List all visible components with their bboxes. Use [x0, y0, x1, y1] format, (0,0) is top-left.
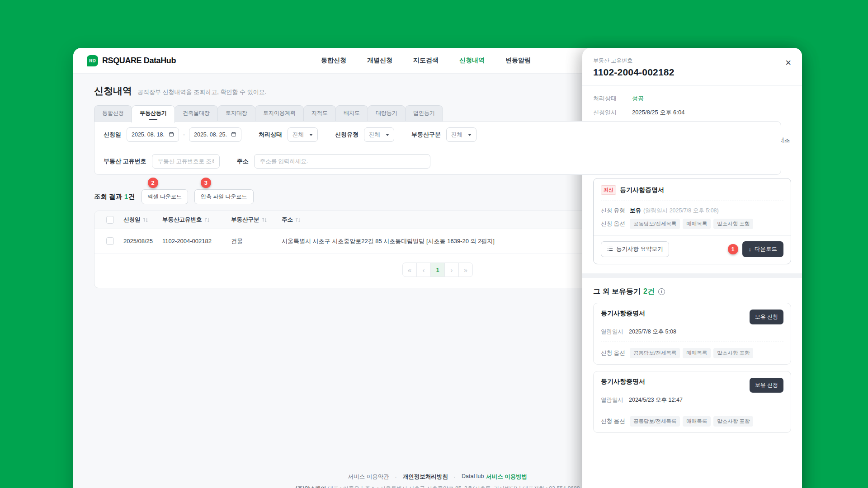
- request-type-note: (열람일시 2025/7/8 오후 5:08): [643, 207, 719, 215]
- excel-download-button[interactable]: 엑셀 다운로드: [142, 189, 188, 204]
- option-pills: 공동담보/전세목록 매매목록 말소사항 포함: [630, 348, 753, 358]
- nav-item-map-search[interactable]: 지도검색: [413, 56, 439, 65]
- latest-registry-card: 최신 등기사항증명서 신청 유형 보유 (열람일시 2025/7/8 오후 5:…: [593, 178, 791, 264]
- type-select[interactable]: 전체: [364, 127, 394, 142]
- results-count: 1: [124, 193, 128, 200]
- row-checkbox[interactable]: [106, 237, 114, 245]
- sort-icon[interactable]: [143, 217, 148, 222]
- panel-uid-value: 1102-2004-002182: [593, 67, 791, 78]
- option-pill: 매매목록: [683, 219, 711, 229]
- tab-integrated-apply[interactable]: 통합신청: [94, 105, 132, 122]
- date-range-dash: -: [183, 131, 185, 138]
- filter-date-label: 신청일: [104, 131, 121, 139]
- option-pill: 말소사항 포함: [713, 416, 753, 427]
- pagination-first-button[interactable]: «: [402, 263, 417, 277]
- registry-summary-button[interactable]: 등기사항 요약보기: [601, 241, 669, 257]
- filter-property-group: 부동산구분 전체: [411, 127, 476, 142]
- terms-link[interactable]: 서비스 이용약관: [348, 473, 389, 481]
- pagination-prev-button[interactable]: ‹: [416, 263, 431, 277]
- pagination-next-button[interactable]: ›: [444, 263, 459, 277]
- nav-item-integrated-apply[interactable]: 통합신청: [321, 56, 346, 65]
- registry-summary-label: 등기사항 요약보기: [616, 245, 663, 253]
- tab-corporate-registry[interactable]: 법인등기: [405, 105, 443, 122]
- nav-item-change-alerts[interactable]: 변동알림: [505, 56, 531, 65]
- owned-card-date-row: 열람일시 2025/7/8 오후 5:08: [601, 328, 783, 336]
- uid-search-input[interactable]: [152, 154, 220, 169]
- tab-layout-map[interactable]: 배치도: [335, 105, 368, 122]
- filter-uid-group: 부동산 고유번호: [104, 154, 220, 169]
- calendar-icon: [231, 131, 236, 138]
- request-options-row: 신청 옵션 공동담보/전세목록 매매목록 말소사항 포함: [601, 416, 783, 427]
- results-unit: 건: [128, 193, 135, 200]
- row-uid: 1102-2004-002182: [162, 238, 231, 244]
- zip-download-button[interactable]: 압축 파일 다운로드: [194, 189, 254, 204]
- page-subtitle: 공적장부 신청내역을 조회하고, 확인할 수 있어요.: [137, 88, 266, 96]
- tab-bulk-registry[interactable]: 대량등기: [368, 105, 406, 122]
- list-icon: [607, 246, 613, 253]
- results-summary: 조회 결과1건: [94, 192, 135, 201]
- latest-card-head: 최신 등기사항증명서: [601, 185, 783, 195]
- panel-section-divider: [582, 273, 802, 278]
- owned-card-head: 등기사항증명서 보유 신청: [601, 378, 783, 393]
- owned-card-title: 등기사항증명서: [601, 310, 645, 318]
- option-pills: 공동담보/전세목록 매매목록 말소사항 포함: [630, 416, 753, 427]
- sort-icon[interactable]: [295, 217, 301, 222]
- privacy-link[interactable]: 개인정보처리방침: [403, 473, 448, 481]
- header-address-label: 주소: [282, 216, 293, 224]
- chevron-down-icon: [309, 134, 313, 136]
- address-search-input[interactable]: [254, 154, 430, 169]
- sort-icon[interactable]: [262, 217, 267, 222]
- tab-cadastral-map[interactable]: 지적도: [303, 105, 336, 122]
- step-badge-3: 3: [201, 178, 211, 188]
- filter-date-group: 신청일 2025. 08. 18. - 2025. 08. 25.: [104, 127, 241, 142]
- logo-text: RSQUARE DataHub: [102, 56, 176, 66]
- panel-header: 부동산 고유번호 1102-2004-002182 ×: [582, 48, 802, 86]
- property-select[interactable]: 전체: [446, 127, 476, 142]
- tab-building-ledger[interactable]: 건축물대장: [175, 105, 218, 122]
- header-uid-label: 부동산고유번호: [162, 216, 202, 224]
- request-type-row: 신청 유형 보유 (열람일시 2025/7/8 오후 5:08): [601, 207, 783, 215]
- page-title: 신청내역: [94, 84, 132, 97]
- request-options-label: 신청 옵션: [601, 349, 630, 357]
- filter-address-label: 주소: [237, 157, 249, 165]
- info-icon[interactable]: i: [658, 288, 665, 295]
- datahub-guide-link[interactable]: DataHub 서비스 이용방법: [462, 473, 527, 481]
- status-select[interactable]: 전체: [288, 127, 318, 142]
- logo[interactable]: RD RSQUARE DataHub: [87, 55, 176, 66]
- logo-badge-icon: RD: [87, 55, 98, 66]
- date-to-value: 2025. 08. 25.: [194, 131, 227, 138]
- row-date: 2025/08/25: [123, 238, 162, 244]
- tab-real-estate-registry[interactable]: 부동산등기: [132, 105, 175, 123]
- tabs: 통합신청 부동산등기 건축물대장 토지대장 토지이용계획 지적도 배치도 대량등…: [94, 105, 781, 122]
- status-badge: 성공: [632, 94, 644, 103]
- date-from-input[interactable]: 2025. 08. 18.: [127, 127, 179, 142]
- tab-land-ledger[interactable]: 토지대장: [217, 105, 255, 122]
- filter-box: 신청일 2025. 08. 18. - 2025. 08. 25.: [94, 121, 781, 175]
- select-all-checkbox[interactable]: [106, 216, 114, 224]
- date-to-input[interactable]: 2025. 08. 25.: [189, 127, 241, 142]
- latest-card-title: 등기사항증명서: [620, 186, 664, 194]
- other-registries-count: 2건: [643, 287, 655, 296]
- filter-type-group: 신청유형 전체: [335, 127, 394, 142]
- nav-item-application-history[interactable]: 신청내역: [459, 56, 485, 65]
- request-options-row: 신청 옵션 공동담보/전세목록 매매목록 말소사항 포함: [601, 348, 783, 358]
- download-button[interactable]: ↓ 다운로드: [742, 241, 784, 257]
- sort-icon[interactable]: [204, 217, 210, 222]
- pagination-last-button[interactable]: »: [458, 263, 473, 277]
- card-divider: [601, 410, 783, 410]
- pagination-page-1[interactable]: 1: [430, 263, 445, 277]
- chevron-down-icon: [386, 134, 389, 136]
- hold-apply-button[interactable]: 보유 신청: [750, 378, 783, 393]
- filter-property-label: 부동산구분: [411, 131, 441, 139]
- download-label: 다운로드: [755, 245, 777, 253]
- header-date-label: 신청일: [123, 216, 141, 224]
- owned-card-date-row: 열람일시 2024/5/23 오후 12:47: [601, 396, 783, 404]
- other-registries-label: 그 외 보유등기: [593, 287, 641, 296]
- hold-apply-button[interactable]: 보유 신청: [750, 310, 783, 324]
- tab-land-use-plan[interactable]: 토지이용계획: [255, 105, 304, 122]
- nav-item-individual-apply[interactable]: 개별신청: [367, 56, 392, 65]
- detail-row-status: 처리상태 성공: [593, 94, 791, 103]
- latest-card-footer: 등기사항 요약보기 1 ↓ 다운로드: [594, 235, 791, 258]
- header-checkbox-cell: [94, 216, 123, 224]
- close-icon[interactable]: ×: [785, 58, 791, 68]
